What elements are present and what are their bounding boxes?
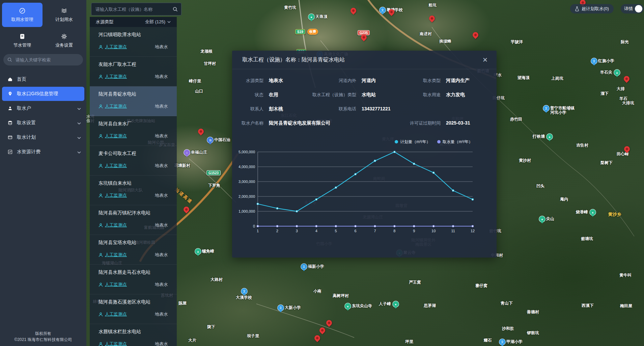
green-poi-icon[interactable]: ▲ — [589, 209, 596, 216]
list-item[interactable]: 友能水厂取水工程人工监测点地表水 — [90, 57, 177, 86]
monitor-link[interactable]: 人工监测点 — [99, 192, 127, 198]
sidebar-search-input[interactable] — [15, 57, 79, 63]
field-label: 联系电话 — [302, 106, 356, 112]
module-2[interactable]: 计划用水 — [44, 3, 84, 27]
green-poi-icon[interactable]: ▲ — [344, 303, 351, 310]
monitor-link[interactable]: 人工监测点 — [99, 222, 127, 228]
sidebar-item-5[interactable]: 取水计划 — [0, 130, 86, 144]
monitor-link[interactable]: 人工监测点 — [99, 163, 127, 169]
sidebar-item-1[interactable]: 首页 — [0, 72, 86, 86]
map-label: 溜下 — [600, 91, 609, 96]
green-poi-icon[interactable]: ▲ — [539, 216, 545, 222]
map-label: 寨仔窝 — [475, 284, 487, 288]
field-value: 陆河县青碇水电发展有限公司 — [269, 120, 330, 126]
list-item[interactable]: 麦卡公司取水工程人工监测点地表水 — [90, 146, 177, 176]
line-chart: 01,000,0002,000,0003,000,0004,000,0005,0… — [235, 148, 475, 233]
blue-poi-icon[interactable]: 文 — [543, 105, 550, 112]
poi-label: 尖山 — [546, 217, 554, 221]
poi-label: 中国石油 — [214, 138, 230, 142]
module-label: 取用水管理 — [11, 17, 33, 23]
green-poi-icon[interactable]: ▲ — [614, 69, 620, 76]
sidebar-search-box[interactable] — [3, 54, 83, 65]
sidebar-item-4[interactable]: 取水设置 — [0, 116, 86, 130]
close-icon[interactable]: ✕ — [482, 57, 488, 63]
list-item[interactable]: 陆河县激石溪老区水电站人工监测点地表水 — [90, 294, 177, 324]
module-4[interactable]: 业务设置 — [44, 28, 84, 53]
svg-text:2: 2 — [276, 229, 278, 233]
chart-legend: 计划量（m³/年）取水量（m³/年） — [232, 139, 473, 145]
list-item[interactable]: 陆河县青碇水电站人工监测点地表水 — [90, 86, 177, 116]
module-1[interactable]: 取用水管理 — [2, 3, 43, 27]
sidebar-item-3[interactable]: 取水户 — [0, 101, 86, 115]
poi-label: 大新小学 — [285, 305, 301, 310]
blue-poi-icon[interactable]: 文 — [241, 288, 248, 295]
svg-text:8: 8 — [393, 229, 395, 233]
water-source-type: 地表水 — [155, 133, 168, 139]
water-source-type: 地表水 — [155, 74, 168, 80]
map-label: 青山下 — [501, 301, 513, 305]
water-source-type: 地表水 — [155, 192, 168, 198]
field-value: 彭木桃 — [269, 106, 283, 112]
purple-poi-icon[interactable]: ⌂ — [184, 149, 190, 156]
monitor-link[interactable]: 人工监测点 — [99, 133, 127, 139]
waves-icon — [61, 7, 67, 14]
list-item[interactable]: 陆河县南万镇杞洋水电站人工监测点地表水 — [90, 205, 177, 235]
field-value: 在用 — [269, 92, 278, 98]
svg-text:9: 9 — [413, 229, 415, 233]
field-value: 地表水 — [269, 78, 283, 84]
green-poi-icon[interactable]: ▲ — [546, 133, 553, 140]
green-poi-icon[interactable]: ▲ — [195, 248, 201, 255]
blue-poi-icon[interactable]: 文 — [499, 339, 506, 345]
blue-poi-icon[interactable]: 文 — [277, 304, 284, 311]
green-poi-icon[interactable]: ▲ — [308, 14, 315, 20]
monitor-link[interactable]: 人工监测点 — [99, 311, 127, 317]
field-value: 水电站 — [362, 92, 376, 98]
monitor-link[interactable]: 人工监测点 — [99, 103, 127, 109]
chevron-down-icon — [77, 135, 81, 140]
module-3[interactable]: 节水管理 — [2, 28, 43, 53]
blue-poi-icon[interactable]: 文 — [301, 263, 307, 270]
list-item[interactable]: 陆河县宝塔水电站人工监测点地表水 — [90, 235, 177, 265]
blue-poi-icon[interactable]: 文 — [591, 58, 597, 64]
map-label: 黄竹坑 — [284, 5, 296, 10]
field-value: 2025-03-31 — [446, 120, 470, 126]
detail-toggle[interactable]: 详情 — [621, 4, 644, 14]
green-poi-icon[interactable]: ▲ — [392, 301, 399, 308]
monitor-link[interactable]: 人工监测点 — [99, 282, 127, 288]
svg-text:5: 5 — [335, 229, 337, 233]
map-label: 嶂仔里 — [189, 79, 201, 83]
station-search-input[interactable] — [95, 6, 170, 12]
list-item[interactable]: 陆河县自来水厂人工监测点地表水 — [90, 116, 177, 146]
legend-item: 计划量（m³/年） — [395, 139, 430, 145]
toggle-knob[interactable] — [635, 5, 642, 12]
list-item[interactable]: 陆河县水唇走马石水电站人工监测点地表水 — [90, 265, 177, 294]
over-plan-button[interactable]: 超计划取水(0) — [570, 4, 614, 14]
map-label: 黄沙乡 — [608, 212, 621, 216]
list-item[interactable]: 河口镇唱歌潭水电站人工监测点地表水 — [90, 27, 177, 57]
module-label: 节水管理 — [13, 42, 31, 48]
sidebar-item-6[interactable]: 水资源计费 — [0, 145, 86, 159]
search-icon[interactable] — [173, 7, 178, 12]
water-source-type: 地表水 — [155, 103, 168, 109]
chart-icon — [7, 149, 13, 155]
monitor-link[interactable]: 人工监测点 — [99, 252, 127, 258]
map-label: 黄牛叫 — [619, 273, 632, 277]
map-label: 高树坪村 — [333, 294, 349, 298]
sidebar-item-label: 水资源计费 — [17, 149, 73, 155]
svg-text:1,000,000: 1,000,000 — [239, 209, 255, 213]
map-label: 甘坪村 — [204, 61, 216, 66]
source-filter-dropdown[interactable]: 全部 (125) — [145, 19, 171, 25]
module-grid: 取用水管理计划用水节水管理业务设置 — [0, 0, 86, 55]
sidebar-item-2[interactable]: 取水口GIS信息管理 — [2, 87, 84, 101]
station-search-box[interactable] — [91, 3, 181, 16]
gas-poi-icon[interactable]: 油 — [207, 137, 214, 143]
list-item[interactable]: 水唇镇水栏肚水电站人工监测点地表水 — [90, 324, 177, 346]
monitor-link[interactable]: 人工监测点 — [99, 44, 127, 50]
list-item[interactable]: 东坑镇自来水站人工监测点地表水 — [90, 176, 177, 205]
sidebar-item-label: 取水计划 — [17, 134, 73, 140]
monitor-link[interactable]: 人工监测点 — [99, 341, 127, 346]
monitor-link[interactable]: 人工监测点 — [99, 74, 127, 80]
map-label: 坝子里 — [247, 334, 259, 338]
blue-poi-icon[interactable]: 文 — [379, 7, 386, 14]
sidebar-item-label: 取水户 — [17, 105, 73, 111]
